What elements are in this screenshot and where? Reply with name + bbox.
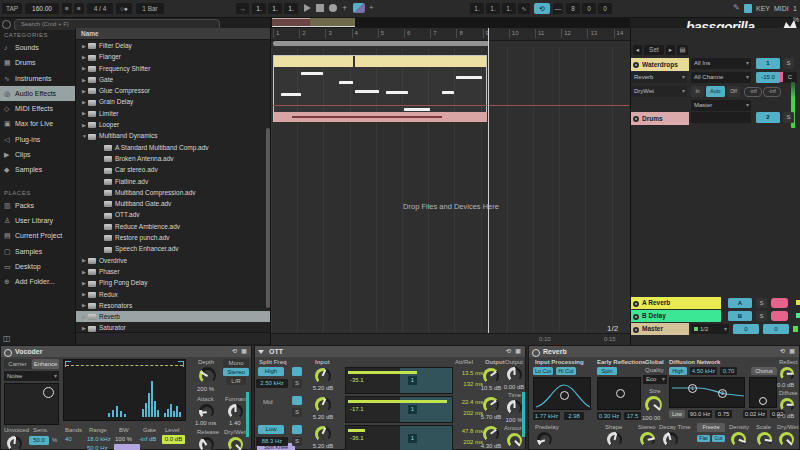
spin-xy-display[interactable] — [597, 377, 641, 410]
reenable-automation-icon[interactable]: + — [369, 3, 374, 12]
browser-item-ping-pong-delay[interactable]: ▶Ping Pong Delay — [76, 277, 271, 288]
input-channel-menu[interactable]: All Channe — [691, 72, 751, 83]
range-handle-icon[interactable] — [65, 361, 71, 367]
sens-field[interactable]: 50.0 — [29, 436, 49, 445]
playhead[interactable] — [488, 28, 489, 333]
loop-button[interactable]: ⟲ — [534, 3, 550, 14]
solo-button[interactable]: S — [756, 298, 767, 308]
ott-band-activator-button[interactable] — [292, 425, 302, 434]
track-name[interactable]: Waterdrops — [631, 58, 689, 71]
browser-item-glue-compressor[interactable]: ▶Glue Compressor — [76, 85, 271, 96]
track-name[interactable]: Master — [631, 323, 689, 335]
high-shelf-button[interactable]: High — [669, 367, 687, 375]
browser-item-a-standard-multiband-comp-adv[interactable]: A Standard Multiband Comp.adv — [76, 142, 271, 153]
carrier-tab[interactable]: Carrier — [4, 359, 31, 369]
amount-knob[interactable] — [507, 433, 522, 448]
browser-footer-icon[interactable]: ◫ — [3, 334, 11, 343]
decay-time-knob[interactable] — [663, 432, 678, 447]
diffusion-eq-display[interactable]: 1 2 — [669, 377, 745, 408]
automation-control-menu[interactable]: DryWet — [631, 86, 687, 97]
input-routing-menu[interactable]: All Ins — [691, 58, 751, 69]
session-position-beat[interactable]: 1. — [486, 3, 500, 14]
level-value[interactable]: 0.0 dB — [162, 435, 185, 444]
ott-split-freq-value[interactable]: 88.3 Hz — [256, 437, 288, 446]
solo-button[interactable]: S — [783, 112, 794, 123]
browser-item-frequency-shifter[interactable]: ▶Frequency Shifter — [76, 63, 271, 74]
high-freq-value[interactable]: 4.50 kHz — [690, 367, 717, 375]
vocoder-title-bar[interactable]: Vocoder ⟲ ▣ — [1, 346, 251, 357]
monitor-in-button[interactable]: In — [691, 86, 704, 97]
carrier-knob[interactable] — [43, 387, 54, 398]
flat-button[interactable]: Flat — [697, 435, 710, 442]
track-name[interactable]: A Reverb — [631, 297, 721, 309]
hotswap-icon[interactable]: ⟲ — [780, 346, 785, 357]
density-knob[interactable] — [731, 432, 746, 447]
stereo-knob[interactable] — [640, 432, 655, 447]
set-locator-button[interactable]: Set — [644, 45, 664, 55]
key-map-button[interactable]: KEY — [756, 3, 770, 14]
browser-item-multiband-gate-adv[interactable]: Multiband Gate.adv — [76, 198, 271, 209]
loop-start-beat[interactable]: 0 — [582, 3, 596, 14]
ott-title-bar[interactable]: OTT ⟲ ▣ — [255, 346, 525, 357]
reflect-knob[interactable] — [780, 367, 794, 381]
ott-band-solo-button[interactable]: S — [292, 408, 302, 417]
midi-note[interactable] — [339, 81, 353, 84]
arm-button[interactable] — [771, 311, 788, 321]
gate-value[interactable]: -inf dB — [139, 436, 156, 442]
range-high-value[interactable]: 18.0 kHz — [87, 436, 111, 442]
monitor-off-button[interactable]: Off — [727, 86, 740, 97]
sidebar-item-drums[interactable]: ▦Drums — [0, 55, 75, 70]
midi-map-button[interactable]: MIDI — [774, 3, 789, 14]
arm-button[interactable] — [771, 298, 788, 308]
midi-note[interactable] — [456, 76, 482, 79]
lr-button[interactable]: L/R — [226, 377, 246, 385]
follow-button[interactable]: → — [236, 3, 249, 14]
chorus-rate-value[interactable]: 0.02 Hz — [743, 410, 767, 418]
browser-item-multiband-compression-adv[interactable]: Multiband Compression.adv — [76, 187, 271, 198]
zoom-scroll-bar[interactable] — [273, 41, 489, 46]
track-header-waterdrops[interactable]: ● Waterdrops — [631, 58, 689, 71]
hotswap-icon[interactable]: ⟲ — [506, 346, 511, 357]
ott-band-display[interactable]: -36.11 — [345, 425, 453, 450]
ott-band-button-high[interactable]: High — [258, 367, 284, 376]
reverb-title-bar[interactable]: Reverb ⟲ ▣ — [529, 346, 799, 357]
unvoiced-knob[interactable] — [7, 436, 22, 450]
browser-item-looper[interactable]: ▶Looper — [76, 119, 271, 130]
link-icon[interactable] — [2, 20, 11, 29]
sidebar-item-midi-effects[interactable]: ◇MIDI Effects — [0, 101, 75, 116]
browser-item-broken-antenna-adv[interactable]: Broken Antenna.adv — [76, 153, 271, 164]
browser-item-limiter[interactable]: ▶Limiter — [76, 108, 271, 119]
reverb-drywet-knob[interactable] — [779, 432, 794, 447]
midi-note[interactable] — [442, 91, 454, 94]
metronome-button[interactable]: ○● — [116, 3, 132, 14]
carrier-source-menu[interactable]: Noise — [4, 371, 59, 381]
browser-item-resonators[interactable]: ▶Resonators — [76, 300, 271, 311]
bw-mode-menu[interactable] — [114, 444, 140, 450]
ip-q-value[interactable]: 2.98 — [564, 412, 584, 420]
range-line[interactable] — [66, 365, 183, 366]
browser-item-reverb[interactable]: ▶Reverb — [76, 311, 271, 322]
nudge-down-button[interactable]: ≡ — [62, 3, 72, 14]
loop-start-sixteenth[interactable]: 0 — [598, 3, 612, 14]
ott-input-knob[interactable] — [315, 397, 331, 413]
return-letter-button[interactable]: B — [728, 311, 752, 321]
vocoder-spectrum-display[interactable] — [63, 359, 186, 421]
low-freq-value[interactable]: 90.0 Hz — [688, 410, 712, 418]
sidebar-item-user-library[interactable]: ♙User Library — [0, 213, 75, 228]
sidebar-item-instruments[interactable]: ∿Instruments — [0, 71, 75, 86]
chorus-display[interactable] — [749, 377, 777, 408]
ott-input-knob[interactable] — [315, 368, 331, 384]
beat-time-ruler[interactable]: 1234567891011121314 — [271, 28, 631, 41]
track-header-drums[interactable]: ● Drums — [631, 112, 689, 125]
ott-split-freq-value[interactable]: 2.50 kHz — [256, 379, 288, 388]
automation-arm-button[interactable] — [353, 3, 365, 13]
sidebar-item-clips[interactable]: ▶Clips — [0, 147, 75, 162]
send-b-field[interactable]: -inf — [763, 87, 781, 97]
cut-button[interactable]: Cut — [712, 435, 725, 442]
midi-clip-header[interactable] — [274, 56, 353, 67]
range-handle-icon[interactable] — [178, 361, 184, 367]
scale-knob[interactable] — [757, 432, 772, 447]
quantize-menu[interactable]: 1 Bar — [136, 3, 164, 14]
bw-value[interactable]: 100 % — [115, 436, 132, 442]
mono-button[interactable]: Mono — [223, 359, 249, 367]
